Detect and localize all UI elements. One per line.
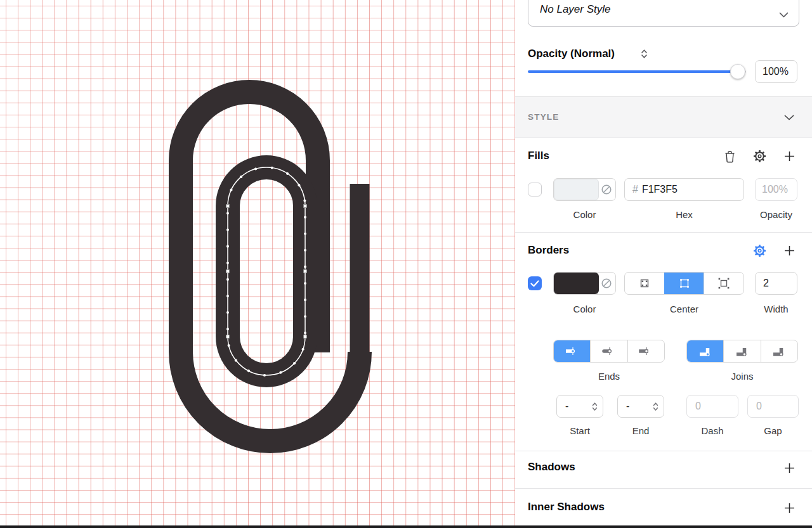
stepper-icon[interactable]: [592, 402, 598, 411]
line-joins-segmented: [686, 340, 798, 363]
trash-icon[interactable]: [724, 150, 736, 164]
dash-value: 0: [695, 401, 701, 412]
fills-gear-icon[interactable]: [753, 150, 766, 163]
border-position-inside[interactable]: [625, 273, 664, 294]
border-position-center[interactable]: [664, 273, 704, 294]
inner-shadows-title: Inner Shadows: [528, 501, 605, 513]
vector-handle[interactable]: [226, 205, 230, 208]
border-position-outside[interactable]: [704, 273, 743, 294]
add-border-icon[interactable]: [784, 245, 795, 256]
dash-field[interactable]: 0: [686, 395, 738, 418]
inspector-panel: No Layer Style Opacity (Normal) 100% STY…: [515, 0, 812, 528]
border-color-label: Color: [553, 304, 616, 314]
arrow-start-value: -: [565, 401, 568, 412]
start-label: Start: [556, 425, 603, 436]
borders-title: Borders: [528, 244, 569, 257]
opacity-slider-track[interactable]: [528, 70, 746, 73]
divider: [515, 138, 812, 138]
divider: [515, 451, 812, 451]
border-position-segmented: [624, 272, 744, 295]
round-join-icon: [735, 346, 750, 357]
end-label: End: [617, 425, 664, 436]
add-shadow-icon[interactable]: [784, 463, 795, 473]
border-width-label: Width: [755, 304, 797, 314]
checkmark-icon: [530, 280, 539, 287]
add-inner-shadow-icon[interactable]: [784, 503, 795, 513]
border-width-field[interactable]: 2: [755, 272, 797, 295]
arrow-end-dropdown[interactable]: -: [617, 395, 664, 418]
fill-hex-value: F1F3F5: [642, 184, 678, 195]
no-color-icon: [601, 184, 612, 195]
layer-style-dropdown[interactable]: No Layer Style: [528, 0, 799, 27]
arrow-start-dropdown[interactable]: -: [556, 395, 603, 418]
border-outside-icon: [717, 277, 730, 290]
fill-opacity-label: Opacity: [755, 209, 797, 220]
fill-opacity-field[interactable]: 100%: [755, 178, 797, 201]
divider: [515, 232, 812, 233]
add-fill-icon[interactable]: [784, 151, 795, 162]
window-bottom-edge: [0, 525, 812, 528]
fills-title: Fills: [528, 150, 549, 162]
chevron-down-icon[interactable]: [779, 12, 789, 18]
end-cap-round[interactable]: [590, 340, 627, 362]
border-width-value: 2: [763, 278, 769, 289]
join-miter[interactable]: [687, 340, 723, 362]
opacity-section-label: Opacity (Normal): [528, 48, 615, 60]
fill-hex-label: Hex: [624, 209, 744, 220]
vector-handle[interactable]: [304, 335, 307, 338]
divider: [515, 488, 812, 489]
miter-join-icon: [698, 346, 713, 357]
style-section-label: STYLE: [528, 112, 560, 122]
style-section-header[interactable]: STYLE: [515, 97, 812, 138]
canvas-svg[interactable]: [0, 0, 515, 528]
gap-label: Gap: [747, 425, 799, 436]
bevel-join-icon: [771, 346, 787, 357]
border-color-chip: [554, 273, 599, 294]
square-cap-icon: [638, 346, 654, 356]
arrow-end-value: -: [626, 401, 629, 412]
gap-value: 0: [756, 401, 762, 412]
vector-handle[interactable]: [304, 205, 307, 208]
border-enabled-checkbox[interactable]: [528, 276, 542, 290]
ends-label: Ends: [553, 371, 665, 382]
canvas-area[interactable]: [0, 0, 515, 528]
blend-mode-stepper-icon[interactable]: [641, 48, 648, 60]
opacity-value-field[interactable]: 100%: [755, 60, 797, 83]
vector-handle[interactable]: [304, 270, 307, 273]
chevron-down-icon[interactable]: [784, 115, 794, 120]
fill-hex-field[interactable]: # F1F3F5: [624, 178, 744, 201]
border-inside-icon: [638, 277, 651, 290]
end-cap-square[interactable]: [627, 340, 664, 362]
opacity-value: 100%: [763, 66, 789, 77]
borders-gear-icon[interactable]: [753, 244, 766, 257]
vector-handle[interactable]: [226, 270, 230, 273]
stepper-icon[interactable]: [653, 402, 658, 411]
round-cap-icon: [601, 346, 617, 356]
join-bevel[interactable]: [761, 340, 797, 362]
fill-enabled-checkbox[interactable]: [528, 183, 542, 196]
line-ends-segmented: [553, 340, 665, 363]
joins-label: Joins: [686, 371, 798, 382]
dash-label: Dash: [686, 425, 738, 436]
no-color-icon: [601, 278, 612, 289]
join-round[interactable]: [723, 340, 760, 362]
border-color-swatch[interactable]: [553, 272, 616, 295]
fill-color-chip: [554, 179, 599, 200]
end-cap-butt[interactable]: [554, 340, 590, 362]
shadows-title: Shadows: [528, 461, 575, 473]
fill-opacity-value: 100%: [762, 184, 788, 195]
layer-style-value: No Layer Style: [540, 3, 611, 16]
border-center-icon: [678, 277, 691, 290]
gap-field[interactable]: 0: [747, 395, 799, 418]
border-position-label: Center: [624, 304, 744, 314]
fill-color-label: Color: [553, 209, 616, 220]
vector-handle[interactable]: [226, 335, 230, 338]
fill-color-swatch[interactable]: [553, 178, 616, 201]
opacity-slider-thumb[interactable]: [730, 64, 745, 79]
hex-prefix: #: [632, 184, 638, 195]
butt-cap-icon: [564, 346, 580, 356]
